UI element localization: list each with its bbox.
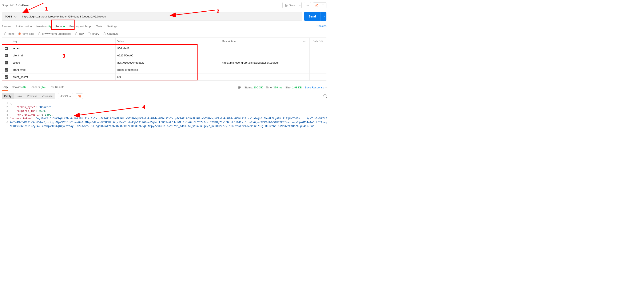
table-row: grant_typeclient_credentials: [2, 66, 326, 74]
bulk-edit-button[interactable]: Bulk Edit: [310, 38, 326, 45]
response-format-select[interactable]: JSON: [58, 93, 73, 99]
row-description[interactable]: [220, 66, 300, 73]
row-value[interactable]: client_credentials: [116, 66, 220, 73]
table-header-value: Value: [116, 38, 220, 45]
tab-authorization[interactable]: Authorization: [16, 24, 32, 30]
send-dropdown-icon[interactable]: [320, 12, 326, 21]
edit-icon[interactable]: [313, 2, 320, 8]
table-header-key: Key: [11, 38, 116, 45]
http-method-select[interactable]: POST: [2, 12, 19, 20]
chevron-down-icon: [325, 86, 326, 89]
viewer-pretty[interactable]: Pretty: [2, 93, 14, 99]
save-dropdown-icon[interactable]: [297, 2, 302, 8]
table-row: scopeapi://e 36ee90/.defaulthttps://micr…: [2, 59, 326, 66]
table-row: client_ide225f50 ee90: [2, 52, 326, 59]
table-row: tenant954ddad8: [2, 45, 326, 52]
response-tab-tests[interactable]: Test Results: [49, 84, 64, 91]
row-description[interactable]: [220, 45, 300, 52]
request-url-input[interactable]: https://login.partner.microsoftonline.cn…: [19, 12, 302, 20]
response-status: 200 OK: [254, 86, 263, 89]
row-description[interactable]: [220, 74, 300, 80]
response-time: 379 ms: [273, 86, 282, 89]
viewer-preview[interactable]: Preview: [24, 93, 39, 99]
row-value[interactable]: i09: [116, 74, 220, 80]
viewer-visualize[interactable]: Visualize: [39, 93, 55, 99]
body-type-form-data[interactable]: form-data: [18, 32, 34, 35]
save-response-button[interactable]: Save Response: [305, 86, 326, 89]
body-modified-indicator: [64, 26, 65, 27]
tab-headers[interactable]: Headers (8): [36, 24, 51, 30]
network-icon[interactable]: [238, 86, 241, 89]
save-button[interactable]: Save: [282, 2, 298, 8]
table-header-description: Description: [220, 38, 300, 45]
chevron-down-icon: [14, 15, 16, 18]
breadcrumb: Graph API / GetToken: [2, 4, 30, 7]
row-value[interactable]: api://e 36ee90/.default: [116, 59, 220, 66]
viewer-raw[interactable]: Raw: [14, 93, 24, 99]
row-value[interactable]: 954ddad8: [116, 45, 220, 52]
row-checkbox[interactable]: [5, 47, 8, 50]
body-type-none[interactable]: none: [4, 32, 14, 35]
table-row: client_secreti09: [2, 74, 326, 81]
tab-body[interactable]: Body: [56, 24, 65, 30]
response-tab-headers[interactable]: Headers (14): [30, 84, 46, 91]
row-checkbox[interactable]: [5, 75, 8, 79]
row-checkbox[interactable]: [5, 54, 8, 57]
tab-prerequest[interactable]: Pre-request Script: [70, 24, 92, 30]
tab-settings[interactable]: Settings: [107, 24, 117, 30]
more-options-button[interactable]: •••: [304, 2, 311, 8]
body-type-urlencoded[interactable]: x-www-form-urlencoded: [38, 32, 72, 35]
body-type-graphql[interactable]: GraphQL: [103, 32, 118, 35]
cookies-link[interactable]: Cookies: [316, 22, 326, 30]
search-icon[interactable]: [324, 94, 326, 98]
row-checkbox[interactable]: [5, 61, 8, 64]
breadcrumb-folder[interactable]: Graph API: [2, 4, 14, 7]
row-key[interactable]: scope: [11, 59, 116, 66]
row-description[interactable]: https://microsoftgraph.chinacloudapi.cn/…: [220, 59, 300, 66]
row-checkbox[interactable]: [5, 68, 8, 72]
response-tab-body[interactable]: Body: [2, 84, 8, 91]
row-key[interactable]: client_secret: [11, 74, 116, 80]
wrap-lines-button[interactable]: [76, 94, 83, 99]
body-type-raw[interactable]: raw: [75, 32, 84, 35]
chevron-down-icon: [69, 94, 70, 98]
tab-tests[interactable]: Tests: [96, 24, 102, 30]
send-button[interactable]: Send: [304, 12, 326, 21]
tab-params[interactable]: Params: [2, 24, 11, 30]
row-key[interactable]: client_id: [11, 52, 116, 59]
response-tab-cookies[interactable]: Cookies (3): [12, 84, 26, 91]
body-type-binary[interactable]: binary: [88, 32, 99, 35]
comment-icon[interactable]: [320, 2, 326, 8]
response-size: 1.98 KB: [292, 86, 302, 89]
copy-icon[interactable]: [318, 94, 321, 98]
row-key[interactable]: grant_type: [11, 66, 116, 73]
table-options-button[interactable]: •••: [300, 38, 310, 45]
row-key[interactable]: tenant: [11, 45, 116, 52]
breadcrumb-request[interactable]: GetToken: [18, 4, 30, 7]
row-value[interactable]: e225f50 ee90: [116, 52, 220, 59]
row-description[interactable]: [220, 52, 300, 59]
